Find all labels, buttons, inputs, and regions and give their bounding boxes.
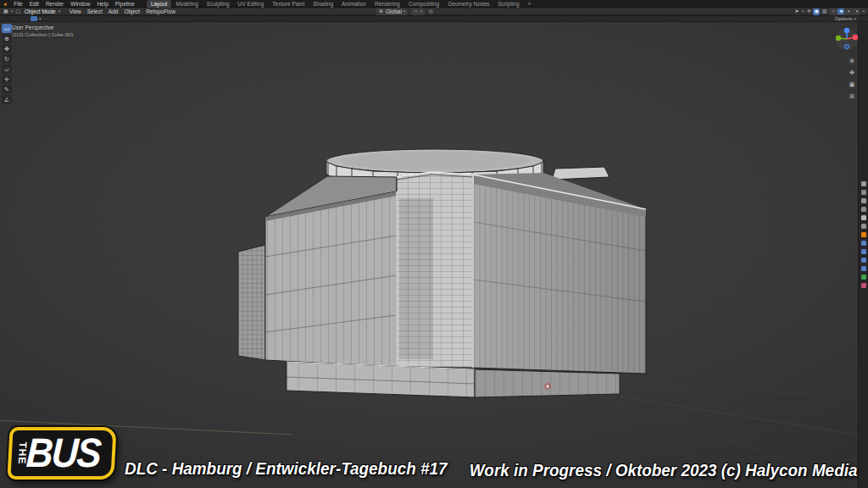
orientation-label: Global xyxy=(386,8,402,15)
viewport-menu-item[interactable]: Add xyxy=(105,8,121,15)
caption-right: Work in Progress / Oktober 2023 (c) Haly… xyxy=(426,460,857,480)
proportional-editing-toggle[interactable]: ◎ xyxy=(427,8,434,15)
logo-frame: THE BUS xyxy=(7,427,116,480)
nav-icon[interactable]: ✥ xyxy=(847,68,857,78)
viewport-toggle[interactable]: ✛ xyxy=(805,8,812,15)
chevron-down-icon: ▾ xyxy=(39,16,42,22)
workspace-tab[interactable]: Rendering xyxy=(370,0,404,8)
menu-item[interactable]: Help xyxy=(93,0,111,8)
mode-dropdown[interactable]: Object Mode xyxy=(25,8,56,15)
shading-mode-button[interactable]: ● xyxy=(837,8,844,14)
viewport-info: User Perspective (113) Collection | Cube… xyxy=(12,25,74,38)
workspace-tab[interactable]: Sculpting xyxy=(203,0,234,8)
tool-button[interactable]: ∠ xyxy=(2,95,12,104)
logo-bus-text: BUS xyxy=(25,433,101,474)
workspace-tab[interactable]: UV Editing xyxy=(234,0,269,8)
workspace-tab[interactable]: Compositing xyxy=(404,0,443,8)
viewport-toolbar: ▭⊕✥↻▱✛✎∠ xyxy=(2,24,12,104)
viewport-menu-item[interactable]: RetopoFlow xyxy=(143,8,179,15)
active-collection-label: (113) Collection | Cube.001 xyxy=(12,31,74,38)
viewport-menus: ViewSelectAddObjectRetopoFlow xyxy=(66,8,178,15)
nav-icon[interactable]: ⊕ xyxy=(847,56,857,66)
properties-tab-icon[interactable] xyxy=(861,207,866,212)
shading-mode-button[interactable]: ○ xyxy=(830,8,837,14)
chevron-down-icon: ▾ xyxy=(420,8,423,15)
properties-tabs xyxy=(859,181,868,288)
workspace-tab[interactable]: Modeling xyxy=(171,0,202,8)
nav-icon[interactable]: ▣ xyxy=(847,80,857,90)
workspace-tab[interactable]: Geometry Nodes xyxy=(443,0,493,8)
viewport-toggle[interactable]: ▥ xyxy=(821,8,827,15)
viewport-nav-icons: ⊕✥▣⊞ xyxy=(847,56,857,102)
the-bus-logo: THE BUS xyxy=(7,427,116,480)
workspace-tabs: LayoutModelingSculptingUV EditingTexture… xyxy=(147,0,535,8)
properties-tab-icon[interactable] xyxy=(861,249,866,254)
main-menus: FileEditRenderWindowHelpPipeline xyxy=(10,0,138,8)
blender-window: ● FileEditRenderWindowHelpPipeline Layou… xyxy=(0,0,868,488)
viewport-toggles: ✛◉▥ xyxy=(805,8,827,15)
properties-tab-icon[interactable] xyxy=(861,274,866,280)
navigation-gizmo[interactable] xyxy=(834,26,860,52)
transform-orientation-dropdown[interactable]: ⊕ Global ▾ xyxy=(376,8,408,15)
snapping-toggle[interactable]: ∩ ▾ xyxy=(410,8,425,15)
properties-tab-icon[interactable] xyxy=(861,241,866,246)
mode-icon: ▢ xyxy=(14,8,21,15)
workspace-tab[interactable]: Layout xyxy=(147,0,172,8)
shading-mode-button[interactable]: ◑ xyxy=(853,8,860,14)
caption-right-text: Work in Progress / Oktober 2023 (c) Haly… xyxy=(469,460,857,480)
properties-editor-strip xyxy=(858,22,868,488)
tool-button[interactable]: ↻ xyxy=(2,54,12,64)
workspace-tab[interactable]: Scripting xyxy=(493,0,523,8)
menu-item[interactable]: Edit xyxy=(26,0,42,8)
menu-item[interactable]: Render xyxy=(42,0,67,8)
tool-settings-bar: ▾ Options ▾ xyxy=(0,16,868,22)
orientation-icon: ⊕ xyxy=(378,8,384,15)
tool-button[interactable]: ✎ xyxy=(2,85,12,94)
properties-tab-icon[interactable] xyxy=(861,232,866,237)
viewport-menu-item[interactable]: Object xyxy=(121,8,143,15)
menu-item[interactable]: Pipeline xyxy=(112,0,138,8)
chevron-down-icon[interactable]: ▾ xyxy=(862,8,865,15)
workspace-tab[interactable]: Shading xyxy=(309,0,337,8)
tool-button[interactable]: ⊕ xyxy=(2,34,12,43)
tool-button[interactable]: ✛ xyxy=(2,75,12,84)
tool-options-dropdown[interactable]: Options ▾ xyxy=(835,16,856,22)
view-perspective-label: User Perspective xyxy=(12,25,74,31)
workspace-tab[interactable]: Animation xyxy=(337,0,370,8)
blender-logo-icon[interactable]: ● xyxy=(3,0,7,8)
properties-tab-icon[interactable] xyxy=(861,224,866,229)
viewport-3d[interactable]: User Perspective (113) Collection | Cube… xyxy=(0,22,868,488)
editor-type-icon[interactable]: ▦ xyxy=(3,8,9,15)
properties-tab-icon[interactable] xyxy=(861,266,866,271)
active-tool-icon[interactable] xyxy=(31,16,37,21)
axis-y-handle xyxy=(836,36,841,41)
workspace-tab[interactable]: Texture Paint xyxy=(268,0,309,8)
viewport-menu-item[interactable]: Select xyxy=(84,8,105,15)
tool-button[interactable]: ▭ xyxy=(2,24,12,33)
chevron-down-icon: ▾ xyxy=(403,8,406,15)
chevron-down-icon: ▾ xyxy=(854,16,856,22)
shading-mode-button[interactable]: ◐ xyxy=(845,8,852,14)
building-model xyxy=(238,149,646,397)
viewport-canvas[interactable] xyxy=(0,22,868,488)
menu-item[interactable]: File xyxy=(10,0,25,8)
viewport-menu-item[interactable]: View xyxy=(66,8,84,15)
shading-mode-group: ○●◐◑ xyxy=(829,8,860,15)
properties-tab-icon[interactable] xyxy=(861,190,866,195)
chevron-down-icon: ▾ xyxy=(11,8,14,15)
tool-button[interactable]: ▱ xyxy=(2,64,12,74)
axis-z-neg-handle xyxy=(844,44,849,48)
caption-left-text: DLC - Hamburg / Entwickler-Tagebuch #17 xyxy=(125,458,448,478)
object-visibility-dropdown[interactable]: ➤ xyxy=(793,8,800,15)
properties-tab-icon[interactable] xyxy=(861,181,866,186)
viewport-toggle[interactable]: ◉ xyxy=(813,8,820,15)
workspace-tab[interactable]: + xyxy=(524,0,536,8)
magnet-icon: ∩ xyxy=(413,8,418,15)
properties-tab-icon[interactable] xyxy=(861,283,866,288)
tool-button[interactable]: ✥ xyxy=(2,44,12,53)
properties-tab-icon[interactable] xyxy=(861,215,866,220)
properties-tab-icon[interactable] xyxy=(861,258,866,263)
properties-tab-icon[interactable] xyxy=(861,198,866,203)
nav-icon[interactable]: ⊞ xyxy=(847,92,857,102)
menu-item[interactable]: Window xyxy=(67,0,93,8)
